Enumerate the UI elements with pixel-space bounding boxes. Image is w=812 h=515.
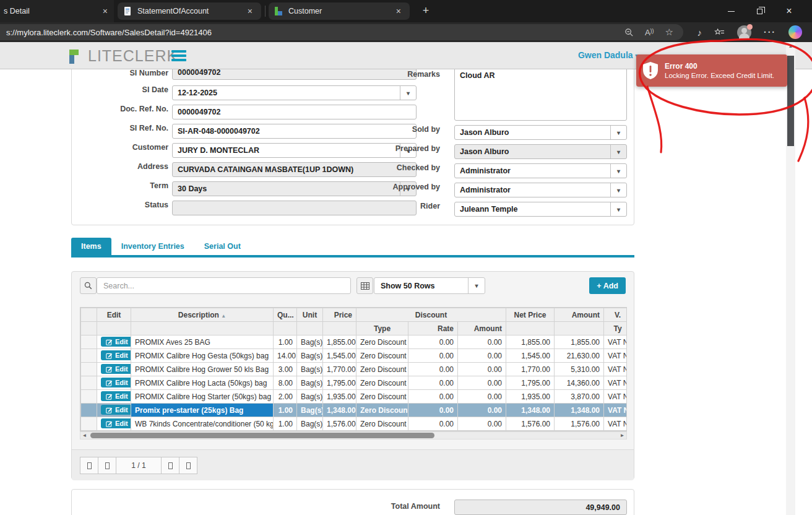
vscroll-thumb[interactable] xyxy=(787,56,794,146)
hscroll-thumb[interactable] xyxy=(90,433,434,438)
col-vat[interactable]: V. xyxy=(604,308,627,322)
cell-number: 1.00 xyxy=(274,335,297,349)
search-input[interactable] xyxy=(97,277,351,294)
doc-ref-field[interactable]: 0000049702 xyxy=(172,105,417,119)
scroll-right-icon[interactable]: ► xyxy=(618,432,626,439)
tab-serial-out[interactable]: Serial Out xyxy=(194,238,251,255)
browser-menu-icon[interactable]: ··· xyxy=(764,27,776,37)
window-minimize-button[interactable] xyxy=(717,0,745,22)
new-tab-button[interactable]: + xyxy=(418,5,433,17)
col-price[interactable]: Price xyxy=(323,308,356,322)
cell-number: 1,576.00 xyxy=(506,417,555,431)
read-aloud-icon[interactable]: A)) xyxy=(645,28,654,37)
window-close-button[interactable]: × xyxy=(775,0,803,22)
si-date-combo[interactable]: 12-12-2025▾ xyxy=(172,85,417,100)
chevron-down-icon[interactable]: ▾ xyxy=(610,145,626,158)
edit-row-button[interactable]: Edit xyxy=(101,391,131,401)
col-edit[interactable]: Edit xyxy=(97,308,131,322)
col-net-price[interactable]: Net Price xyxy=(506,308,555,322)
cell-number: 14,360.00 xyxy=(555,376,604,390)
rider-combo[interactable]: Juleann Temple▾ xyxy=(454,202,627,217)
cell-type: Zero Discount xyxy=(356,363,408,376)
plus-icon: + xyxy=(597,282,601,290)
scroll-up-icon[interactable]: ▲ xyxy=(786,43,795,49)
chevron-down-icon[interactable]: ▾ xyxy=(610,202,626,216)
user-menu[interactable]: Gwen Dadula ▾ xyxy=(578,50,639,60)
brand-name: LITECLERK xyxy=(88,47,178,65)
cell-edit[interactable]: Edit xyxy=(97,349,131,363)
cell-edit[interactable]: Edit xyxy=(97,417,131,431)
horizontal-scrollbar[interactable]: ◄ ► xyxy=(80,431,627,439)
next-page-button[interactable] xyxy=(161,457,179,474)
tab-close-icon[interactable]: × xyxy=(390,6,407,16)
browser-tab-statement[interactable]: StatementOfAccount × xyxy=(118,2,261,20)
item-row[interactable]: EditPROMIX Calibre Hog Grower 50 kls Bag… xyxy=(81,363,628,376)
item-row[interactable]: EditPROMIX Calibre Hog Starter (50kgs) b… xyxy=(81,390,628,404)
col-amount[interactable]: Amount xyxy=(555,308,604,322)
screen: s Detail × StatementOfAccount × Customer… xyxy=(0,0,812,515)
item-row[interactable]: EditPROMIX Calibre Hog Gesta (50kgs) bag… xyxy=(81,349,628,363)
rows-per-page-select[interactable]: Show 50 Rows ▾ xyxy=(374,277,485,294)
chevron-down-icon[interactable]: ▾ xyxy=(610,183,626,197)
first-page-button[interactable] xyxy=(80,457,98,474)
prepared-by-combo[interactable]: Jason Alburo▾ xyxy=(454,144,627,159)
search-button[interactable] xyxy=(80,277,97,294)
checked-by-combo[interactable]: Administrator▾ xyxy=(454,163,627,178)
columns-button[interactable] xyxy=(356,277,373,294)
cell-edit[interactable]: Edit xyxy=(97,376,131,390)
error-toast[interactable]: Error 400 Locking Error. Exceed Credit L… xyxy=(636,54,787,87)
chevron-down-icon[interactable]: ▾ xyxy=(610,164,626,178)
col-unit[interactable]: Unit xyxy=(297,308,323,322)
col-quantity[interactable]: Qu... xyxy=(274,308,297,322)
cell-edit[interactable]: Edit xyxy=(97,335,131,349)
col-discount-rate[interactable]: Rate xyxy=(408,322,458,335)
browser-tab-sales-detail[interactable]: s Detail × xyxy=(0,0,114,22)
tab-close-icon[interactable]: × xyxy=(241,6,259,16)
media-playing-icon[interactable]: ♪ xyxy=(698,27,702,38)
edit-row-button[interactable]: Edit xyxy=(101,418,131,428)
page-vertical-scrollbar[interactable]: ▲ xyxy=(786,42,795,515)
scroll-left-icon[interactable]: ◄ xyxy=(80,432,89,439)
collections-icon[interactable] xyxy=(714,28,725,37)
favorite-star-icon[interactable]: ☆ xyxy=(665,27,673,38)
tab-close-icon[interactable]: × xyxy=(97,6,114,16)
edit-row-button[interactable]: Edit xyxy=(101,405,131,415)
cell-edit[interactable]: Edit xyxy=(97,404,131,417)
last-page-button[interactable] xyxy=(179,457,197,474)
tab-inventory-entries[interactable]: Inventory Entries xyxy=(111,238,194,255)
tab-items[interactable]: Items xyxy=(71,238,111,255)
cell-edit[interactable]: Edit xyxy=(97,390,131,404)
item-row[interactable]: EditPROMIX Calibre Hog Lacta (50kgs) bag… xyxy=(81,376,628,390)
browser-tab-customer[interactable]: Customer × xyxy=(269,2,410,20)
profile-avatar[interactable] xyxy=(737,25,751,40)
chevron-down-icon[interactable]: ▾ xyxy=(468,278,485,293)
copilot-icon[interactable] xyxy=(788,25,802,39)
menu-hamburger-icon[interactable] xyxy=(171,50,186,63)
sold-by-label: Sold by xyxy=(353,122,440,134)
add-item-button[interactable]: + Add xyxy=(589,277,626,294)
cell-edit[interactable]: Edit xyxy=(97,363,131,376)
chevron-down-icon[interactable]: ▾ xyxy=(610,126,626,139)
edit-row-button[interactable]: Edit xyxy=(101,378,131,387)
liteclerk-favicon-icon xyxy=(274,6,283,16)
zoom-out-icon[interactable] xyxy=(624,28,634,37)
col-description[interactable]: Description ▲ xyxy=(131,308,274,322)
edit-row-button[interactable]: Edit xyxy=(101,337,131,347)
col-discount-amount[interactable]: Amount xyxy=(458,322,506,335)
col-vat-type[interactable]: Ty xyxy=(604,322,627,335)
edit-row-button[interactable]: Edit xyxy=(101,350,131,360)
remarks-textarea[interactable]: Cloud AR xyxy=(454,67,627,121)
edit-row-button[interactable]: Edit xyxy=(101,364,131,374)
col-discount-type[interactable]: Type xyxy=(356,322,408,335)
pencil-icon xyxy=(106,366,113,373)
address-field[interactable]: s://mylora.liteclerk.com/Software/SalesD… xyxy=(0,24,683,40)
chevron-down-icon[interactable]: ▾ xyxy=(400,86,416,100)
page-url[interactable]: s://mylora.liteclerk.com/Software/SalesD… xyxy=(6,28,212,37)
window-restore-button[interactable] xyxy=(745,0,774,22)
approved-by-combo[interactable]: Administrator▾ xyxy=(454,183,627,197)
item-row[interactable]: EditPromix pre-starter (25kgs) Bag1.00Ba… xyxy=(81,404,628,417)
item-row[interactable]: EditPROMIX Aves 25 BAG1.00Bag(s)1,855.00… xyxy=(81,335,628,349)
item-row[interactable]: EditWB 7kinds Concentrate/conditioner (5… xyxy=(81,417,628,431)
prev-page-button[interactable] xyxy=(98,457,116,474)
sold-by-combo[interactable]: Jason Alburo▾ xyxy=(454,125,627,140)
